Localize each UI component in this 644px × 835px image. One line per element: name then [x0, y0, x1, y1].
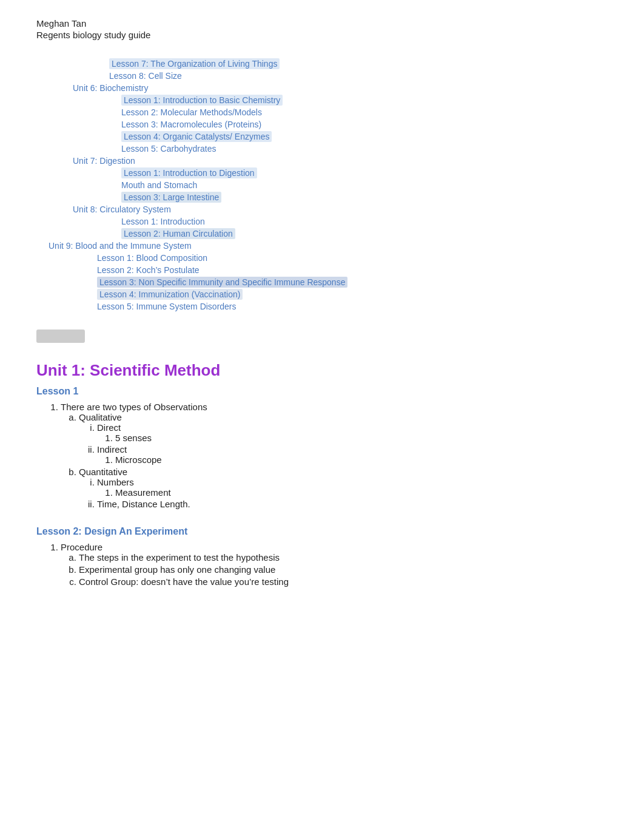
toc-link-u6l2[interactable]: Lesson 2: Molecular Methods/Models — [121, 107, 262, 117]
toc-link-mouth-stomach[interactable]: Mouth and Stomach — [121, 180, 197, 190]
toc-link-u9l3[interactable]: Lesson 3: Non Specific Immunity and Spec… — [97, 277, 347, 288]
table-of-contents: Lesson 7: The Organization of Living Thi… — [36, 58, 608, 311]
lesson1-microscope: Microscope — [115, 455, 608, 465]
toc-link-u9l2[interactable]: Lesson 2: Koch’s Postulate — [97, 265, 200, 275]
lesson1-time-distance: Time, Distance Length. — [97, 499, 608, 509]
lesson1-qualitative: Qualitative Direct 5 senses — [79, 412, 608, 465]
toc-unit9[interactable]: Unit 9: Blood and the Immune System — [49, 241, 192, 251]
author-name: Meghan Tan — [36, 18, 608, 29]
lesson1-direct: Direct 5 senses — [97, 422, 608, 443]
toc-link-u7l1[interactable]: Lesson 1: Introduction to Digestion — [121, 167, 257, 178]
lesson1-heading: Lesson 1 — [36, 386, 608, 397]
toc-link-u6l1[interactable]: Lesson 1: Introduction to Basic Chemistr… — [121, 95, 283, 106]
unit1-section: Unit 1: Scientific Method Lesson 1 There… — [36, 361, 608, 587]
lesson2-experimental: Experimental group has only one changing… — [79, 564, 608, 575]
toc-link-lesson7[interactable]: Lesson 7: The Organization of Living Thi… — [109, 58, 280, 69]
gray-placeholder — [36, 330, 85, 343]
lesson2-steps: The steps in the experiment to test the … — [79, 552, 608, 563]
lesson1-measurement: Measurement — [115, 487, 608, 498]
toc-link-u6l5[interactable]: Lesson 5: Carbohydrates — [121, 144, 216, 154]
lesson1-quantitative: Quantitative Numbers Measurement — [79, 467, 608, 509]
toc-link-u8l2[interactable]: Lesson 2: Human Circulation — [121, 228, 235, 239]
toc-link-lesson8[interactable]: Lesson 8: Cell Size — [109, 71, 182, 81]
toc-link-u9l4[interactable]: Lesson 4: Immunization (Vaccination) — [97, 289, 243, 300]
toc-link-u7l3[interactable]: Lesson 3: Large Intestine — [121, 192, 221, 203]
lesson2-section: Lesson 2: Design An Experiment Procedure… — [36, 526, 608, 587]
lesson1-numbers: Numbers Measurement — [97, 477, 608, 498]
lesson1-indirect: Indirect Microscope — [97, 444, 608, 465]
lesson2-heading: Lesson 2: Design An Experiment — [36, 526, 608, 537]
toc-unit6[interactable]: Unit 6: Biochemistry — [73, 83, 148, 93]
document-title: Regents biology study guide — [36, 30, 608, 40]
toc-link-u6l3[interactable]: Lesson 3: Macromolecules (Proteins) — [121, 120, 261, 129]
lesson1-section: Lesson 1 There are two types of Observat… — [36, 386, 608, 509]
toc-link-u9l1[interactable]: Lesson 1: Blood Composition — [97, 253, 207, 263]
lesson1-5senses: 5 senses — [115, 433, 608, 443]
lesson2-point1: Procedure The steps in the experiment to… — [61, 542, 608, 587]
lesson1-point1: There are two types of Observations Qual… — [61, 402, 608, 509]
unit1-title: Unit 1: Scientific Method — [36, 361, 608, 380]
toc-unit8[interactable]: Unit 8: Circulatory System — [73, 205, 171, 214]
toc-link-u9l5[interactable]: Lesson 5: Immune System Disorders — [97, 302, 236, 311]
toc-link-u6l4[interactable]: Lesson 4: Organic Catalysts/ Enzymes — [121, 131, 272, 142]
lesson2-control: Control Group: doesn’t have the value yo… — [79, 576, 608, 587]
toc-unit7[interactable]: Unit 7: Digestion — [73, 156, 135, 166]
toc-link-u8l1[interactable]: Lesson 1: Introduction — [121, 217, 205, 226]
